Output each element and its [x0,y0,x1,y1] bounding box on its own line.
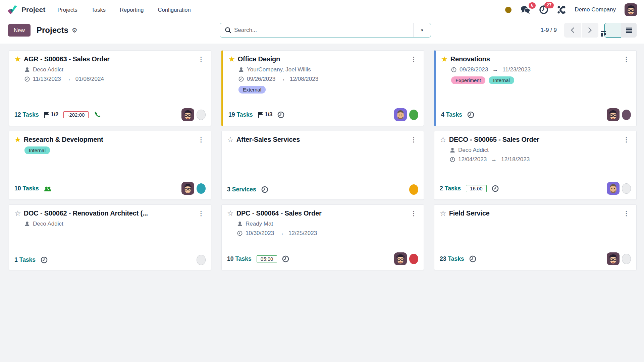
kanban-status-circle[interactable] [622,254,631,264]
timesheet-clock-icon[interactable] [261,186,268,193]
tasks-count-link[interactable]: 2 Tasks [440,185,461,192]
employees-icon[interactable] [44,186,52,191]
favorite-star-icon[interactable]: ☆ [227,136,234,144]
timesheet-clock-icon[interactable] [469,255,476,262]
app-name[interactable]: Project [21,6,45,14]
top-menu: Projects Tasks Reporting Configuration [57,5,192,15]
card-menu-button[interactable]: ⋮ [197,55,206,63]
user-avatar[interactable] [625,3,637,16]
project-card-field-service[interactable]: ☆ Field Service ⋮ 23 Tasks [434,204,637,270]
app-switcher[interactable]: Project [8,5,45,15]
kanban-status-circle[interactable] [622,110,631,120]
view-settings-gear-icon[interactable]: ⚙ [72,26,77,34]
company-selector[interactable]: Demo Company [575,6,616,13]
assignee-avatar[interactable] [607,252,620,265]
arrow-right-icon: → [65,76,71,82]
favorite-star-icon[interactable]: ☆ [440,209,446,218]
list-view-button[interactable] [621,23,637,38]
project-card-after-sales-services[interactable]: ☆ After-Sales Services ⋮ 3 Services [221,131,424,200]
tasks-count-link[interactable]: 12 Tasks [14,111,39,118]
card-menu-button[interactable]: ⋮ [409,209,418,217]
favorite-star-icon[interactable]: ★ [441,55,448,63]
tasks-count-link[interactable]: 10 Tasks [14,185,39,192]
timesheet-clock-icon[interactable] [282,255,289,262]
date-end: 01/08/2024 [75,76,104,82]
card-menu-button[interactable]: ⋮ [197,209,206,217]
tasks-count-link[interactable]: 10 Tasks [227,255,252,262]
messages-button[interactable]: 6 [520,5,530,14]
activities-button[interactable]: 27 [539,5,548,14]
project-card-deco-s00065[interactable]: ☆ DECO - S00065 - Sales Order ⋮ Deco Add… [434,131,637,200]
timesheet-clock-icon[interactable] [492,185,499,192]
phone-icon[interactable] [94,111,101,118]
kanban-view-button[interactable] [604,23,621,38]
menu-projects[interactable]: Projects [57,5,78,15]
partner-row: Deco Addict [450,147,631,154]
new-button[interactable]: New [8,24,31,37]
search-input[interactable] [234,23,413,37]
assignee-avatar[interactable] [394,108,407,121]
kanban-grid: ★ AGR - S00063 - Sales Order ⋮ Deco Addi… [0,44,644,270]
card-title: After-Sales Services [236,136,409,143]
favorite-star-icon[interactable]: ★ [14,136,21,144]
project-card-office-design[interactable]: ★ Office Design ⋮ YourCompany, Joel Will… [221,50,424,126]
favorite-star-icon[interactable]: ☆ [227,209,234,218]
date-end: 12/08/2023 [290,76,318,82]
card-menu-button[interactable]: ⋮ [622,136,631,143]
card-menu-button[interactable]: ⋮ [622,55,631,63]
project-card-agr-s00063[interactable]: ★ AGR - S00063 - Sales Order ⋮ Deco Addi… [9,50,211,126]
favorite-star-icon[interactable]: ☆ [14,209,21,218]
kanban-status-circle[interactable] [197,183,206,194]
project-card-research-development[interactable]: ★ Research & Development ⋮ Internal 10 T… [9,131,211,200]
kanban-status-circle[interactable] [197,110,206,120]
card-menu-button[interactable]: ⋮ [409,55,418,63]
timesheet-clock-icon[interactable] [467,111,474,118]
tasks-count-link[interactable]: 4 Tasks [441,111,462,118]
timesheet-clock-icon[interactable] [277,111,284,118]
milestone-progress: 1/2 [44,111,59,118]
card-menu-button[interactable]: ⋮ [409,136,418,143]
tasks-count-link[interactable]: 3 Services [227,186,256,193]
card-title: AGR - S00063 - Sales Order [24,55,197,63]
card-title: DOC - S00062 - Renovation Architect (... [24,209,197,217]
tasks-count-link[interactable]: 1 Tasks [14,256,36,263]
kanban-status-circle[interactable] [622,183,631,194]
menu-tasks[interactable]: Tasks [91,5,106,15]
tag-experiment[interactable]: Experiment [451,76,485,84]
tasks-count-link[interactable]: 23 Tasks [440,255,464,262]
tag-external[interactable]: External [238,86,266,94]
pager [564,23,598,38]
project-card-doc-s00062[interactable]: ☆ DOC - S00062 - Renovation Architect (.… [9,204,211,270]
kanban-status-circle[interactable] [409,254,418,264]
chevron-down-icon: ▼ [420,28,424,32]
project-card-renovations[interactable]: ★ Renovations ⋮ 09/28/2023 → 11/23/2023 … [434,50,637,126]
kanban-status-circle[interactable] [409,184,418,195]
search-dropdown-toggle[interactable]: ▼ [413,23,431,37]
menu-configuration[interactable]: Configuration [157,5,192,15]
tag-internal[interactable]: Internal [24,146,50,154]
favorite-star-icon[interactable]: ★ [14,55,21,63]
kanban-status-circle[interactable] [197,255,206,265]
card-menu-button[interactable]: ⋮ [622,209,631,217]
search-bar[interactable]: ▼ [220,23,431,38]
presence-dot-icon[interactable] [505,7,512,13]
favorite-star-icon[interactable]: ★ [228,55,235,63]
tasks-count-link[interactable]: 19 Tasks [228,111,253,118]
menu-reporting[interactable]: Reporting [119,5,145,15]
assignee-avatar[interactable] [607,108,620,121]
pager-previous-button[interactable] [564,23,581,38]
tag-internal[interactable]: Internal [489,76,514,84]
favorite-star-icon[interactable]: ☆ [440,136,446,144]
assignee-avatar[interactable] [181,182,194,195]
assignee-avatar[interactable] [607,182,620,195]
partner-name: Deco Addict [458,147,489,154]
card-menu-button[interactable]: ⋮ [197,136,206,143]
debug-tools-icon[interactable] [557,5,566,14]
timesheet-clock-icon[interactable] [41,256,48,263]
assignee-avatar[interactable] [394,252,407,265]
project-card-dpc-s00064[interactable]: ☆ DPC - S00064 - Sales Order ⋮ Ready Mat… [221,204,424,270]
assignee-avatar[interactable] [181,108,194,121]
pager-next-button[interactable] [582,23,598,38]
kanban-status-circle[interactable] [409,110,418,120]
date-start: 12/04/2023 [458,156,487,163]
